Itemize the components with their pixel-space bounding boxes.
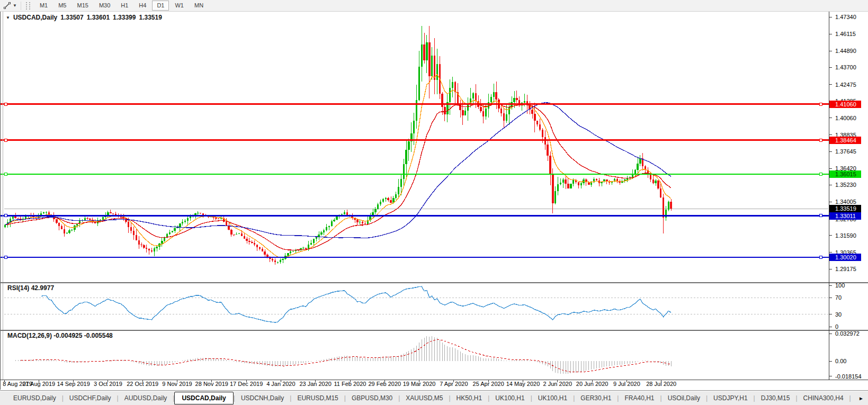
macd-scale-label: -0.018154 bbox=[835, 373, 862, 380]
date-tick-label: 19 Mar 2020 bbox=[403, 381, 436, 387]
chart-tab-hk50-h1[interactable]: HK50,H1 bbox=[451, 392, 488, 404]
chevron-down-icon[interactable]: ▼ bbox=[13, 3, 17, 8]
current-price-badge: 1.33519 bbox=[829, 205, 861, 212]
timeframe-m15[interactable]: M15 bbox=[72, 1, 93, 11]
price-tick-label: 1.35230 bbox=[835, 182, 856, 188]
level-price-badge: 1.30020 bbox=[829, 254, 861, 261]
macd-scale-label: 0.00 bbox=[835, 358, 846, 364]
svg-text:1.30020: 1.30020 bbox=[835, 254, 856, 260]
toolbar-grip[interactable] bbox=[26, 2, 30, 10]
chart-tab-gbpusd-m30[interactable]: GBPUSD,M30 bbox=[346, 392, 398, 404]
timeframe-h4[interactable]: H4 bbox=[134, 1, 151, 11]
timeframe-d1[interactable]: D1 bbox=[152, 1, 169, 11]
chart-tab-usoil-daily[interactable]: USOil,Daily bbox=[662, 392, 706, 404]
chart-tab-usdcnh-daily[interactable]: USDCNH,Daily bbox=[235, 392, 290, 404]
chart-tab-ger30-h1[interactable]: GER30,H1 bbox=[575, 392, 617, 404]
date-tick-label: 23 Jan 2020 bbox=[299, 381, 332, 387]
date-tick-label: 3 Oct 2019 bbox=[94, 381, 122, 387]
svg-text:1.36015: 1.36015 bbox=[835, 171, 856, 177]
symbol-period-label: USDCAD,Daily bbox=[13, 14, 57, 21]
chart-tab-usdcad-daily[interactable]: USDCAD,Daily bbox=[174, 392, 233, 404]
date-tick-label: 25 Apr 2020 bbox=[473, 381, 504, 387]
macd-label: MACD(12,26,9) -0.004925 -0.005548 bbox=[7, 332, 113, 339]
level-price-badge: 1.38464 bbox=[829, 137, 861, 144]
rsi-scale-label: 30 bbox=[835, 311, 842, 318]
date-tick-label: 4 Jan 2020 bbox=[266, 381, 295, 387]
date-tick-label: 9 Jul 2020 bbox=[613, 381, 640, 387]
draw-tool-group: ▼ bbox=[0, 2, 17, 10]
price-tick-label: 1.44890 bbox=[835, 48, 856, 54]
horizontal-level-line[interactable] bbox=[0, 214, 829, 217]
chart-tab-dj30-m15[interactable]: DJ30,M15 bbox=[755, 392, 796, 404]
rsi-line bbox=[41, 286, 671, 322]
chart-tab-usoil-h1[interactable]: USOil,H1 bbox=[851, 392, 856, 404]
price-tick-label: 1.46115 bbox=[835, 31, 856, 37]
price-tick-label: 1.34005 bbox=[835, 199, 856, 205]
chart-tab-uk100-h1[interactable]: UK100,H1 bbox=[532, 392, 573, 404]
timeframe-h1[interactable]: H1 bbox=[116, 1, 133, 11]
timeframe-toolbar: M1M5M15M30H1H4D1W1MN bbox=[35, 1, 208, 11]
chart-tab-china300-h4[interactable]: CHINA300,H4 bbox=[798, 392, 849, 404]
macd-scale-label: 0.032972 bbox=[835, 330, 860, 337]
ohlc-low: 1.33399 bbox=[113, 14, 136, 21]
timeframe-mn[interactable]: MN bbox=[190, 1, 208, 11]
horizontal-level-line[interactable] bbox=[0, 103, 829, 105]
rsi-scale-label: 0 bbox=[835, 323, 838, 330]
chart-tab-audusd-daily[interactable]: AUDUSD,Daily bbox=[119, 392, 173, 404]
chart-surface[interactable]: 1.473401.461151.448901.437001.424751.412… bbox=[0, 0, 868, 405]
timeframe-w1[interactable]: W1 bbox=[170, 1, 189, 11]
ohlc-open: 1.33507 bbox=[60, 14, 83, 21]
horizontal-level-line[interactable] bbox=[0, 256, 829, 258]
tab-scroll-right-icon[interactable]: ► bbox=[856, 395, 868, 401]
date-tick-label: 17 Dec 2019 bbox=[230, 381, 263, 387]
timeframe-m1[interactable]: M1 bbox=[35, 1, 52, 11]
chart-tab-usdjpy-h1[interactable]: USDJPY,H1 bbox=[708, 392, 753, 404]
date-tick-label: 11 Feb 2020 bbox=[334, 381, 366, 387]
chart-tab-xauusd-m5[interactable]: XAUUSD,M5 bbox=[400, 392, 449, 404]
price-tick-label: 1.43700 bbox=[835, 64, 856, 70]
horizontal-level-line[interactable] bbox=[0, 139, 829, 141]
price-tick-label: 1.31590 bbox=[835, 232, 856, 239]
horizontal-level-line[interactable] bbox=[0, 173, 829, 175]
chart-tab-uk100-h1[interactable]: UK100,H1 bbox=[489, 392, 530, 404]
collapse-triangle-icon[interactable]: ▼ bbox=[6, 15, 10, 20]
date-tick-label: 28 Nov 2019 bbox=[195, 381, 228, 387]
rsi-label: RSI(14) 42.9977 bbox=[7, 284, 54, 292]
date-tick-label: 2 Jun 2020 bbox=[543, 381, 572, 387]
rsi-scale-label: 70 bbox=[835, 294, 842, 301]
price-tick-label: 1.40060 bbox=[835, 115, 856, 121]
level-price-badge: 1.33011 bbox=[829, 212, 861, 220]
date-tick-label: 27 Aug 2019 bbox=[22, 381, 55, 387]
chart-tabs-bar: EURUSD,Daily|USDCHF,Daily|AUDUSD,Daily|U… bbox=[0, 390, 868, 405]
price-tick-label: 1.42475 bbox=[835, 82, 856, 88]
chart-tabs: EURUSD,Daily|USDCHF,Daily|AUDUSD,Daily|U… bbox=[0, 391, 856, 405]
date-tick-label: 20 Jun 2020 bbox=[576, 381, 609, 387]
ma-mid-line bbox=[5, 104, 671, 250]
svg-text:1.33011: 1.33011 bbox=[835, 213, 856, 219]
top-toolbar: ▼ M1M5M15M30H1H4D1W1MN bbox=[0, 0, 868, 12]
price-tick-label: 1.37645 bbox=[835, 148, 856, 155]
chart-tab-fra40-h1[interactable]: FRA40,H1 bbox=[619, 392, 660, 404]
date-tick-label: 14 Sep 2019 bbox=[57, 381, 90, 387]
date-tick-label: 22 Oct 2019 bbox=[127, 381, 158, 387]
svg-text:1.38464: 1.38464 bbox=[835, 137, 856, 143]
ma-fast-line bbox=[5, 75, 671, 258]
price-tick-label: 1.29175 bbox=[835, 266, 856, 272]
trendline-tool-icon[interactable] bbox=[3, 2, 11, 10]
chart-tab-usdchf-daily[interactable]: USDCHF,Daily bbox=[64, 392, 117, 404]
chart-tab-eurusd-daily[interactable]: EURUSD,Daily bbox=[7, 392, 62, 404]
price-tick-label: 1.47340 bbox=[835, 14, 856, 20]
timeframe-m30[interactable]: M30 bbox=[94, 1, 115, 11]
date-tick-label: 9 Nov 2019 bbox=[162, 381, 192, 387]
timeframe-m5[interactable]: M5 bbox=[53, 1, 71, 11]
date-tick-label: 7 Apr 2020 bbox=[440, 381, 468, 387]
ohlc-high: 1.33601 bbox=[87, 14, 110, 21]
level-price-badge: 1.41060 bbox=[829, 101, 861, 108]
date-tick-label: 14 May 2020 bbox=[506, 381, 540, 387]
svg-text:1.41060: 1.41060 bbox=[835, 101, 856, 107]
chart-tab-eurusd-m15[interactable]: EURUSD,M15 bbox=[291, 392, 344, 404]
date-tick-label: 29 Feb 2020 bbox=[368, 381, 401, 387]
chart-title: ▼ USDCAD,Daily 1.33507 1.33601 1.33399 1… bbox=[6, 14, 162, 21]
ma-slow-line bbox=[5, 103, 671, 238]
ohlc-close: 1.33519 bbox=[139, 14, 162, 21]
